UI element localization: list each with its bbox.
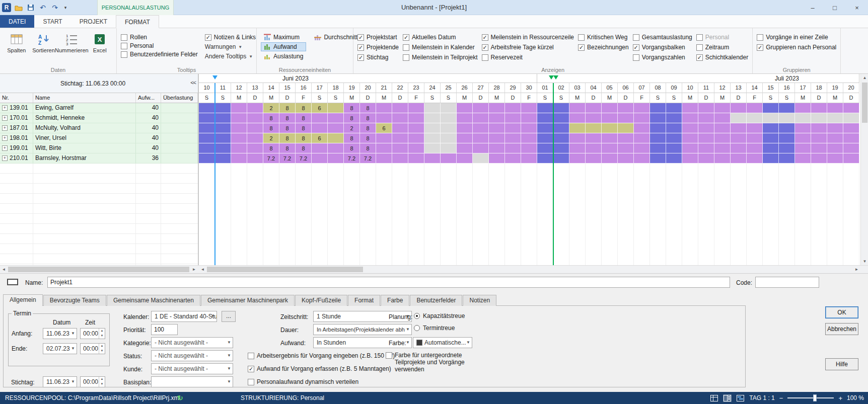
expand-row-icon[interactable]: + [2, 155, 8, 161]
scrollbar-thumb[interactable] [8, 267, 189, 272]
checkbox-arbeitsfreie-tage-kürzel[interactable]: ✓Arbeitsfreie Tage kürzel [482, 44, 574, 51]
checkbox-vorgangszahlen[interactable]: Vorgangszahlen [633, 54, 692, 61]
refresh-icon[interactable]: ↻ [177, 392, 183, 404]
form-tab-notizen[interactable]: Notizen [463, 295, 496, 306]
table-row[interactable]: +187.01McNulty, Volhard40 [0, 123, 198, 133]
anfang-zeit-spinner[interactable]: 00:00▲▼ [80, 328, 105, 339]
basisplan-dropdown[interactable]: ▼ [151, 376, 233, 387]
checkbox-aktuelles-datum[interactable]: ✓Aktuelles Datum [403, 34, 478, 41]
save-icon[interactable] [26, 3, 35, 12]
scroll-right-icon[interactable]: ► [853, 266, 860, 273]
checkbox-gesamtauslastung[interactable]: Gesamtauslastung [633, 34, 692, 41]
abbrechen-button[interactable]: Abbrechen [825, 323, 858, 335]
farbe-dropdown[interactable]: Automatische...▼ [413, 337, 472, 348]
checkbox-bezeichnungen[interactable]: ✓Bezeichnungen [578, 44, 629, 51]
form-tab-farbe[interactable]: Farbe [381, 295, 409, 306]
auslastung-button[interactable]: Auslastung [261, 52, 306, 61]
form-tab-allgemein[interactable]: Allgemein [3, 294, 43, 306]
checkbox-projektstart[interactable]: ✓Projektstart [357, 34, 399, 41]
dauer-dropdown[interactable]: In Arbeitstagen(Projektkalender abh▼ [313, 324, 412, 335]
redo-icon[interactable]: ↷ [50, 3, 59, 12]
nummerieren-button[interactable]: 123 Nummerieren [58, 30, 85, 53]
checkbox-schichtkalender[interactable]: ✓Schichtkalender [696, 54, 748, 61]
close-button[interactable]: × [846, 0, 868, 15]
stichtag-datum-dropdown[interactable]: 11.06.23▼ [43, 376, 77, 387]
ok-button[interactable]: OK [825, 306, 858, 318]
scroll-right-icon[interactable]: ► [190, 266, 198, 273]
checkbox-arbeitsergebnis-für-vorgang-eingeben-z-b-150-m[interactable]: Arbeitsergebnis für Vorgang eingeben (z.… [248, 349, 395, 362]
hilfe-button[interactable]: Hilfe [825, 358, 858, 370]
checkbox-gruppieren-nach-personal[interactable]: ✓Gruppieren nach Personal [757, 44, 836, 51]
expand-row-icon[interactable]: + [2, 105, 8, 111]
tab-format[interactable]: FORMAT [116, 15, 159, 28]
column-header-name[interactable]: Name [33, 93, 136, 103]
spinner-buttons[interactable]: ▲▼ [99, 329, 105, 339]
kalender-browse-button[interactable]: ... [222, 311, 236, 322]
table-row[interactable]: +139.01Ewing, Garrelf40 [0, 103, 198, 113]
qat-customize-icon[interactable]: ▾ [62, 3, 68, 12]
warnungen-dropdown[interactable]: Warnungen▼ [205, 43, 256, 50]
checkbox-reservezeit[interactable]: Reservezeit [482, 54, 574, 61]
form-tab-benutzerfelder[interactable]: Benutzerfelder [410, 295, 462, 306]
spinner-buttons[interactable]: ▲▼ [99, 344, 105, 354]
maximum-button[interactable]: Maximum [261, 33, 306, 42]
form-tab-gemeinsame-maschinenarten[interactable]: Gemeinsame Maschinenarten [107, 295, 200, 306]
checkbox-kritischen-weg[interactable]: Kritischen Weg [578, 34, 629, 41]
form-tab-bevorzugte-teams[interactable]: Bevorzugte Teams [43, 295, 106, 306]
spinner-buttons[interactable]: ▲▼ [99, 377, 105, 387]
scroll-down-icon[interactable]: ▼ [861, 258, 868, 265]
stichtag-zeit-spinner[interactable]: 00:00▲▼ [80, 376, 105, 387]
checkbox-zeitraum[interactable]: Zeitraum [696, 44, 748, 51]
spalten-button[interactable]: Spalten [4, 30, 29, 53]
excel-export-button[interactable]: X Excel [87, 30, 112, 53]
prioritaet-input[interactable] [151, 324, 178, 335]
tab-start[interactable]: START [34, 15, 70, 28]
ende-zeit-spinner[interactable]: 00:00▲▼ [80, 343, 105, 354]
checkbox-personal[interactable]: Personal [121, 42, 198, 49]
app-icon[interactable]: R [2, 3, 11, 12]
scroll-up-icon[interactable]: ▲ [861, 74, 868, 82]
collapse-panel-button[interactable]: << [190, 79, 196, 86]
scrollbar-thumb[interactable] [862, 83, 867, 123]
expand-row-icon[interactable]: + [2, 115, 8, 121]
expand-row-icon[interactable]: + [2, 125, 8, 131]
expand-row-icon[interactable]: + [2, 135, 8, 141]
vertical-scrollbar[interactable]: ▲ ▼ [860, 74, 868, 265]
checkbox-meilenstein-in-teilprojekt[interactable]: Meilenstein in Teilprojekt [403, 54, 478, 61]
status-dropdown[interactable]: - Nicht ausgewählt -▼ [151, 350, 233, 361]
minimize-button[interactable]: – [802, 0, 824, 15]
checkbox-stichtag[interactable]: ✓Stichtag [357, 54, 399, 61]
zoom-slider[interactable] [787, 397, 834, 398]
checkbox-vorgänge-in-einer-zeile[interactable]: Vorgänge in einer Zeile [757, 34, 836, 41]
kalender-dropdown[interactable]: 1 DE - Standard 40-Stur▼ [151, 311, 217, 322]
form-tab-gemeinsamer-maschinenpark[interactable]: Gemeinsamer Maschinenpark [201, 295, 295, 306]
zoom-out-button[interactable]: − [779, 394, 783, 402]
kategorie-dropdown[interactable]: - Nicht ausgewählt -▼ [151, 337, 233, 348]
scrollbar-thumb[interactable] [207, 267, 363, 272]
kunde-dropdown[interactable]: - Nicht ausgewählt -▼ [151, 363, 233, 374]
form-tab-kopf-fußzeile[interactable]: Kopf-/Fußzeile [295, 295, 347, 306]
checkbox-meilenstein-in-ressourcenzeile[interactable]: ✓Meilenstein in Ressourcenzeile [482, 34, 574, 41]
scroll-left-icon[interactable]: ◄ [199, 266, 206, 273]
name-input[interactable] [47, 277, 730, 288]
maximize-button[interactable]: □ [824, 0, 846, 15]
zoom-in-button[interactable]: + [838, 394, 842, 402]
code-input[interactable] [755, 277, 819, 288]
view-table-icon[interactable] [710, 394, 718, 402]
column-header-aufw[interactable]: Aufw... [136, 93, 161, 103]
open-icon[interactable] [14, 3, 23, 12]
ende-datum-dropdown[interactable]: 02.07.23▼ [43, 343, 77, 354]
checkbox-farbe-für-untergeordnete-teilprojekte-und-vorgänge-verwenden[interactable]: Farbe für untergeordnete Teilprojekte un… [386, 352, 489, 373]
column-header-überlastung[interactable]: Überlastung [161, 93, 198, 103]
checkbox-notizen-links[interactable]: ✓Notizen & Links [205, 34, 256, 41]
table-hscrollbar[interactable]: ◄ ► [0, 266, 198, 274]
checkbox-benutzerdefinierte-felder[interactable]: Benutzerdefinierte Felder [121, 51, 198, 58]
table-row[interactable]: +170.01Schmidt, Henneke40 [0, 113, 198, 123]
chart-hscrollbar[interactable]: ◄ ► [199, 266, 860, 274]
tab-projekt[interactable]: PROJEKT [71, 15, 116, 28]
view-chart-icon[interactable] [736, 394, 745, 402]
expand-row-icon[interactable]: + [2, 145, 8, 151]
scroll-left-icon[interactable]: ◄ [0, 266, 8, 273]
table-row[interactable]: +199.01Witt, Birte40 [0, 143, 198, 153]
sortieren-button[interactable]: AZ Sortieren [31, 30, 56, 53]
